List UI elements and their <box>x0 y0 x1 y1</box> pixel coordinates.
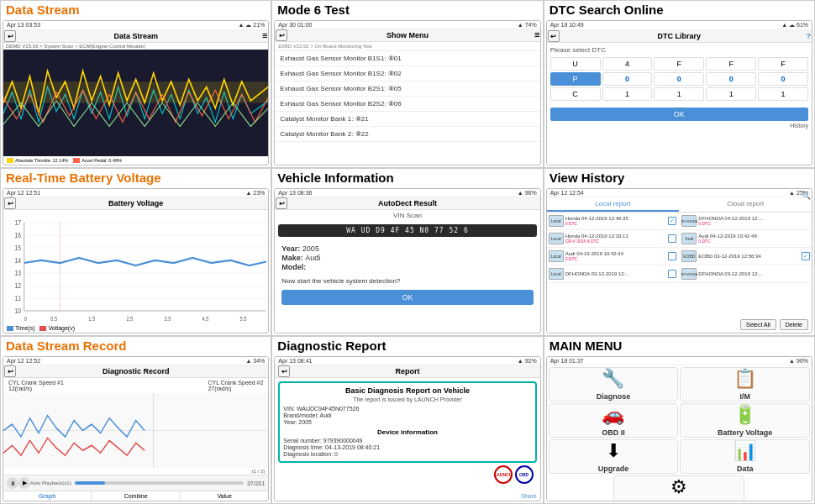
svg-text:5.5: 5.5 <box>240 315 247 322</box>
menu-upgrade[interactable]: ⬇ Upgrade <box>549 439 679 474</box>
list-item[interactable]: EOBD EOBD 03-12-2019 12:56:34 ✓ <box>680 248 812 265</box>
list-item[interactable]: Catalyst Monitor Bank 2: ⑧22 <box>275 127 539 142</box>
dtc-val: F <box>706 57 756 71</box>
vehicle-ok-button[interactable]: OK <box>281 290 533 305</box>
list-item[interactable]: Exhaust Gas Sensor Monitor B1S2: ⑧02 <box>275 66 539 81</box>
play-pause-button[interactable]: ⏸ <box>7 477 18 489</box>
checkbox[interactable]: ✓ <box>668 217 676 225</box>
list-item[interactable]: Local Audi 04-19-2019 10:42:44 0 DTC <box>547 248 679 265</box>
dtc-back-icon[interactable]: ↩ <box>548 30 560 42</box>
checkbox[interactable] <box>668 270 676 278</box>
entry-text: Audi 04-12-2019 10:42:49 0 DTC <box>698 234 810 244</box>
report-year: Year: 2005 <box>283 419 531 425</box>
progress-bar[interactable] <box>75 481 244 485</box>
diagnostic-back-icon[interactable]: ↩ <box>278 365 290 377</box>
im-label: I/M <box>739 392 750 401</box>
tab-value[interactable]: Value <box>181 491 268 501</box>
tab-cloud-report[interactable]: Cloud report <box>679 197 812 212</box>
list-item[interactable]: DFHONDA DFHONDA 04-12-2019 12:... 0 DTC <box>680 213 812 230</box>
menu-obdii[interactable]: 🚗 OBD II <box>549 403 679 438</box>
svg-text:15: 15 <box>15 244 22 252</box>
dtc-val: 0 <box>654 72 704 86</box>
svg-text:17: 17 <box>15 218 22 227</box>
vehicle-date: Apr 13 08:36 <box>278 190 312 196</box>
status-icons: ▲ ☁ 21% <box>239 22 266 29</box>
play-button[interactable]: ▶ <box>18 477 30 489</box>
im-icon: 📋 <box>734 368 756 390</box>
field-model: Model: <box>281 263 533 271</box>
dtc-count: 0 DTC <box>698 221 810 226</box>
list-item[interactable]: DFHONDA DFHONDA 03-12-2019 12:... <box>680 265 812 283</box>
channel2-value: 27(rad/s) <box>208 386 263 391</box>
share-label[interactable]: Share <box>275 491 539 501</box>
entry-text: Audi 04-19-2019 10:42:44 0 DTC <box>565 251 669 261</box>
diag-stamps: LAUNCH OBD <box>494 465 534 484</box>
search-icon[interactable]: 🔍 <box>802 192 811 200</box>
phone-mode6: Apr 30 01:00 ▲ 74% ↩ Show Menu ☰ E0BD V2… <box>274 20 540 165</box>
menu-diagnose[interactable]: 🔧 Diagnose <box>549 367 679 402</box>
record-back-icon[interactable]: ↩ <box>4 365 16 377</box>
tab-graph[interactable]: Graph <box>3 491 92 501</box>
list-item[interactable]: Exhaust Gas Sensor Monitor B1S1: ⑧01 <box>275 51 539 66</box>
select-all-button[interactable]: Select All <box>740 319 776 330</box>
mode6-icons: ▲ 74% <box>518 22 537 28</box>
checkbox[interactable] <box>668 252 676 260</box>
serial-number: Serial number: 979390000049 <box>283 438 531 444</box>
dtc-val: 0 <box>706 72 756 86</box>
upgrade-label: Upgrade <box>598 465 629 473</box>
channel2-label: CYL Crank Speed #2 <box>208 380 263 386</box>
phone-main-menu: Apr 18 01:37 ▲ 96% 🔧 Diagnose 📋 I/M 🚗 OB… <box>546 356 812 501</box>
svg-rect-1 <box>3 81 268 102</box>
cell-battery: Real-Time Battery Voltage Apr 12 12:51 ▲… <box>0 168 271 336</box>
dtc-val: F <box>654 57 704 71</box>
phone-diagnostic: Apr 13 08:41 ▲ 92% ↩ Report Basic Diagno… <box>274 356 540 501</box>
screen-title-data-stream: ↩ Data Stream ☰ <box>3 30 268 43</box>
svg-text:10: 10 <box>15 307 22 315</box>
checkbox[interactable]: ✓ <box>802 252 810 260</box>
battery-back-icon[interactable]: ↩ <box>4 197 16 209</box>
list-item[interactable]: Exhaust Gas Sensor Monitor B2S1: ⑧05 <box>275 81 539 97</box>
menu-settings[interactable]: ⚙ Settings <box>613 475 744 501</box>
record-svg <box>3 393 268 468</box>
checkbox[interactable] <box>668 234 676 243</box>
menu-data[interactable]: 📊 Data <box>680 439 810 474</box>
tab-combine[interactable]: Combine <box>92 491 180 501</box>
back-icon[interactable]: ↩ <box>4 30 16 42</box>
cloud-col: DFHONDA DFHONDA 04-12-2019 12:... 0 DTC … <box>680 213 812 317</box>
list-item[interactable]: Audi Audi 04-12-2019 10:42:49 0 DTC <box>680 230 812 248</box>
history-date: Apr 12 12:54 <box>550 190 584 196</box>
vehicle-back-icon[interactable]: ↩ <box>276 197 287 209</box>
svg-text:16: 16 <box>15 231 22 239</box>
menu-battery[interactable]: 🔋 Battery Voltage <box>680 403 810 438</box>
statusbar-dtc: Apr 18 10:49 ▲ ☁ 61% <box>547 21 812 30</box>
menu-im[interactable]: 📋 I/M <box>680 367 810 402</box>
tab-local-report[interactable]: Local report <box>547 197 680 212</box>
battery-icon: 🔋 <box>734 404 756 426</box>
list-item[interactable]: Catalyst Monitor Bank 1: ⑧21 <box>275 112 539 127</box>
list-item[interactable]: Local Honda 04-12-2019 12:33:12 CR-V 201… <box>547 230 679 248</box>
dtc-val: 1 <box>602 87 653 101</box>
record-controls: ⏸ ▶ Auto Playback(x1) 37/201 <box>3 475 268 491</box>
phone-vehicle: Apr 13 08:36 ▲ 96% ↩ AutoDect Result VIN… <box>274 188 540 333</box>
cell-data-stream: Data Stream Apr 13 03:53 ▲ ☁ 21% ↩ Data … <box>0 0 271 168</box>
vin-display: WA UD D9 4F 45 N0 77 52 6 <box>278 224 536 237</box>
battery-svg: 17 16 15 14 13 12 11 10 <box>3 210 268 323</box>
legend-label-accel: Accel Pedal: 0.49% <box>82 158 122 163</box>
mode6-back-icon[interactable]: ↩ <box>276 29 287 41</box>
brand-logo: EOBD <box>681 250 697 262</box>
dtc-ok-button[interactable]: OK <box>550 108 808 121</box>
report-vin: VIN: WAUDC94F45N077526 <box>283 406 531 412</box>
ds-subtitle: DEMD V15.03 > System Scan > ECM(Engine C… <box>3 43 268 50</box>
list-item[interactable]: Local DFHONDA 03-12-2019 12:... <box>547 265 679 283</box>
dtc-history-link[interactable]: History <box>550 123 808 129</box>
dtc-count: CR-V 2015 4 DTC <box>565 239 669 244</box>
list-item[interactable]: Exhaust Gas Sensor Monitor B2S2: ⑧06 <box>275 97 539 112</box>
record-titlebar: ↩ Diagnostic Record <box>3 365 268 378</box>
list-item[interactable]: Local Honda 04-12-2019 12:46:35 0 DTC ✓ <box>547 213 679 230</box>
statusbar-battery: Apr 12 12:51 ▲ 23% <box>3 189 268 197</box>
stamp-blue: OBD <box>515 465 534 484</box>
dtc-count: 0 DTC <box>565 221 669 226</box>
brand-name: DFHONDA 03-12-2019 12:... <box>698 271 810 276</box>
cell-vehicle-info: Vehicle Information Apr 13 08:36 ▲ 96% ↩… <box>271 168 543 336</box>
delete-button[interactable]: Delete <box>780 319 808 330</box>
